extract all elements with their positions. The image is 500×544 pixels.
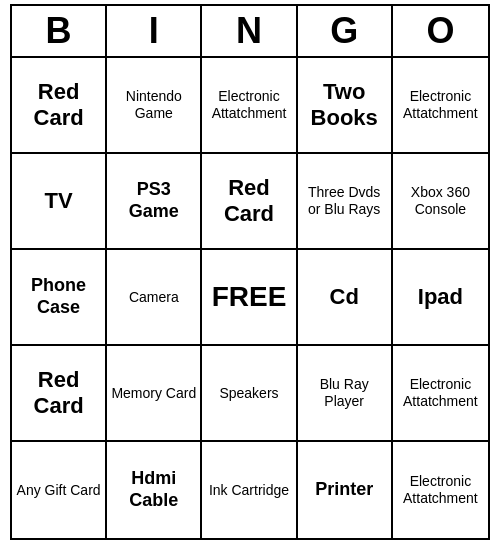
cell-text-14: Ipad: [418, 284, 463, 310]
bingo-cell-22: Ink Cartridge: [202, 442, 297, 538]
bingo-cell-1: Nintendo Game: [107, 58, 202, 154]
cell-text-6: PS3 Game: [111, 179, 196, 222]
cell-text-5: TV: [45, 188, 73, 214]
cell-text-21: Hdmi Cable: [111, 468, 196, 511]
cell-text-20: Any Gift Card: [17, 482, 101, 499]
bingo-cell-7: Red Card: [202, 154, 297, 250]
bingo-cell-21: Hdmi Cable: [107, 442, 202, 538]
cell-text-10: Phone Case: [16, 275, 101, 318]
bingo-cell-0: Red Card: [12, 58, 107, 154]
bingo-cell-23: Printer: [298, 442, 393, 538]
bingo-cell-24: Electronic Attatchment: [393, 442, 488, 538]
bingo-cell-12: FREE: [202, 250, 297, 346]
bingo-cell-18: Blu Ray Player: [298, 346, 393, 442]
cell-text-19: Electronic Attatchment: [397, 376, 484, 410]
bingo-cell-2: Electronic Attatchment: [202, 58, 297, 154]
bingo-cell-11: Camera: [107, 250, 202, 346]
cell-text-22: Ink Cartridge: [209, 482, 289, 499]
cell-text-3: Two Books: [302, 79, 387, 132]
bingo-grid: Red CardNintendo GameElectronic Attatchm…: [12, 58, 488, 538]
header-letter-O: O: [393, 6, 488, 56]
header-letter-B: B: [12, 6, 107, 56]
bingo-header: BINGO: [12, 6, 488, 58]
cell-text-18: Blu Ray Player: [302, 376, 387, 410]
cell-text-1: Nintendo Game: [111, 88, 196, 122]
bingo-cell-9: Xbox 360 Console: [393, 154, 488, 250]
cell-text-15: Red Card: [16, 367, 101, 420]
cell-text-8: Three Dvds or Blu Rays: [302, 184, 387, 218]
cell-text-24: Electronic Attatchment: [397, 473, 484, 507]
cell-text-4: Electronic Attatchment: [397, 88, 484, 122]
bingo-cell-17: Speakers: [202, 346, 297, 442]
bingo-cell-3: Two Books: [298, 58, 393, 154]
bingo-cell-16: Memory Card: [107, 346, 202, 442]
cell-text-7: Red Card: [206, 175, 291, 228]
bingo-cell-20: Any Gift Card: [12, 442, 107, 538]
bingo-cell-10: Phone Case: [12, 250, 107, 346]
bingo-cell-8: Three Dvds or Blu Rays: [298, 154, 393, 250]
cell-text-0: Red Card: [16, 79, 101, 132]
cell-text-13: Cd: [330, 284, 359, 310]
cell-text-11: Camera: [129, 289, 179, 306]
header-letter-N: N: [202, 6, 297, 56]
bingo-cell-15: Red Card: [12, 346, 107, 442]
bingo-cell-5: TV: [12, 154, 107, 250]
cell-text-12: FREE: [212, 280, 287, 314]
cell-text-23: Printer: [315, 479, 373, 501]
cell-text-2: Electronic Attatchment: [206, 88, 291, 122]
bingo-cell-13: Cd: [298, 250, 393, 346]
cell-text-16: Memory Card: [111, 385, 196, 402]
bingo-card: BINGO Red CardNintendo GameElectronic At…: [10, 4, 490, 540]
bingo-cell-14: Ipad: [393, 250, 488, 346]
bingo-cell-6: PS3 Game: [107, 154, 202, 250]
bingo-cell-19: Electronic Attatchment: [393, 346, 488, 442]
header-letter-I: I: [107, 6, 202, 56]
bingo-cell-4: Electronic Attatchment: [393, 58, 488, 154]
cell-text-17: Speakers: [219, 385, 278, 402]
header-letter-G: G: [298, 6, 393, 56]
cell-text-9: Xbox 360 Console: [397, 184, 484, 218]
